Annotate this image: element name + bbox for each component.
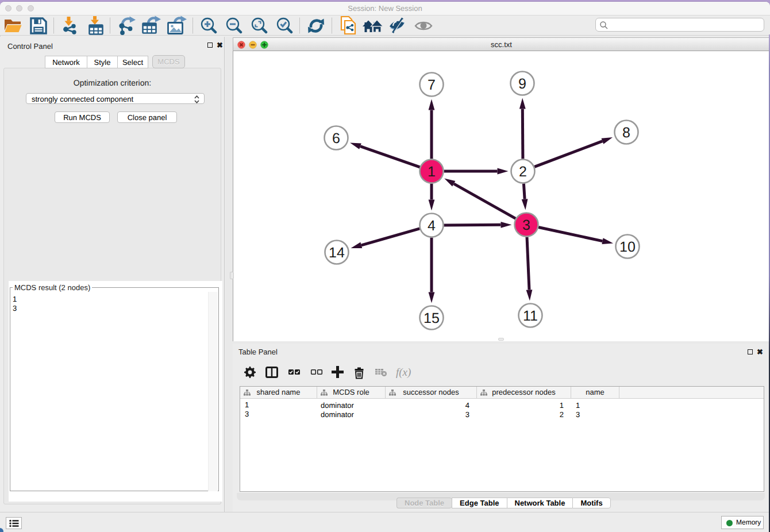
svg-text:15: 15 bbox=[424, 310, 440, 326]
svg-text:3: 3 bbox=[522, 217, 530, 233]
svg-text:6: 6 bbox=[332, 130, 340, 147]
svg-text:7: 7 bbox=[428, 77, 436, 93]
svg-text:9: 9 bbox=[518, 76, 526, 92]
svg-text:f(x): f(x) bbox=[396, 367, 411, 379]
svg-text:4: 4 bbox=[428, 218, 436, 234]
svg-text:1: 1 bbox=[428, 164, 436, 180]
svg-text:2: 2 bbox=[519, 164, 527, 180]
svg-text:8: 8 bbox=[622, 125, 630, 141]
svg-text:10: 10 bbox=[619, 239, 636, 255]
svg-text:14: 14 bbox=[329, 245, 345, 261]
svg-text:11: 11 bbox=[523, 308, 538, 324]
